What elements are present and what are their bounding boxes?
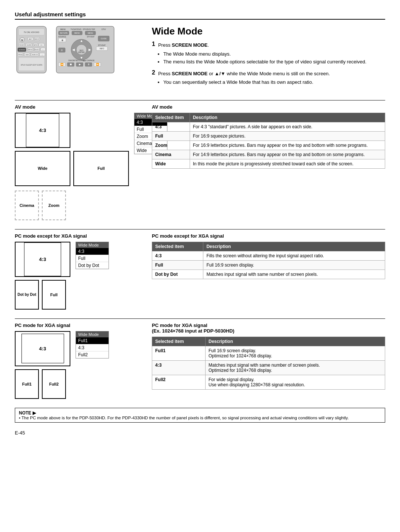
- pc-xga-wide-mode-menu: Wide Mode Full1 4:3 Full2: [76, 331, 109, 358]
- table-cell-desc: In this mode the picture is progressivel…: [190, 159, 385, 168]
- pc-xga-full2-label: Full2: [49, 382, 59, 386]
- pc-xga-menu-header: Wide Mode: [76, 331, 109, 337]
- pc-except-full-label: Full: [50, 293, 58, 297]
- av-frame-cinema: Cinema: [15, 191, 39, 220]
- pc-except-col1: Selected item: [152, 242, 203, 251]
- pc-xga-col1: Selected item: [152, 337, 206, 346]
- table-row: ZoomFor 16:9 letterbox pictures. Bars ma…: [152, 141, 385, 150]
- svg-text:XPLR SLEEP EDIT EARN: XPLR SLEEP EDIT EARN: [21, 64, 43, 66]
- table-cell-item: 4:3: [152, 122, 190, 131]
- step-2: 2 Press SCREEN MODE or ▲/▼ while the Wid…: [152, 70, 385, 87]
- table-cell-desc: For 4:3 "standard" pictures. A side bar …: [190, 122, 385, 131]
- section-header: Useful adjustment settings: [15, 11, 385, 20]
- divider-3: [15, 318, 385, 319]
- pc-except-title-right: PC mode except for XGA signal: [152, 233, 385, 239]
- av-mode-left: AV mode 4:3 Wide: [15, 104, 141, 220]
- table-cell-desc: For wide signal display.Use when display…: [206, 375, 385, 389]
- svg-text:II: II: [61, 49, 63, 52]
- table-cell-desc: Fills the screen without altering the in…: [203, 251, 385, 260]
- wide-mode-title: Wide Mode: [152, 26, 385, 37]
- step-2-bullets: You can sequentially select a Wide Mode …: [163, 79, 330, 86]
- table-cell-desc: Matches input signal with same number of…: [206, 360, 385, 375]
- pc-xga-inner: 4:3: [21, 334, 64, 363]
- top-row: TV CRL VCR DVD ⏻ ANT INPUT SCREEN FRONT: [15, 26, 385, 93]
- step-1-bold: SCREEN MODE: [172, 42, 208, 48]
- svg-text:▲: ▲: [80, 39, 83, 43]
- table-row: Full2For wide signal display.Use when di…: [152, 375, 385, 389]
- table-cell-item: 4:3: [152, 360, 206, 375]
- table-cell-desc: For 16:9 letterbox pictures. Bars may ap…: [190, 141, 385, 150]
- svg-text:ELECT: ELECT: [35, 49, 40, 50]
- table-row: CinemaFor 14:9 letterbox pictures. Bars …: [152, 150, 385, 159]
- step-1-bullet-1: The Wide Mode menu displays.: [163, 50, 366, 58]
- remote-illustrations: TV CRL VCR DVD ⏻ ANT INPUT SCREEN FRONT: [15, 26, 141, 93]
- pc-except-section: PC mode except for XGA signal 4:3 Dot by…: [15, 233, 385, 310]
- steps: 1 Press SCREEN MODE. The Wide Mode menu …: [152, 42, 385, 87]
- page-number: E-45: [15, 430, 385, 436]
- av-mode-table: Selected item Description 4:3For 4:3 "st…: [152, 113, 385, 169]
- av-wide-label: Wide: [38, 166, 47, 171]
- svg-text:FRONT: FRONT: [19, 44, 24, 46]
- pc-xga-frame-43: 4:3: [15, 331, 70, 366]
- pc-xga-menu-item-2[interactable]: Full2: [76, 351, 109, 358]
- pc-xga-section: PC mode for XGA signal 4:3 Full1 Full2: [15, 323, 385, 399]
- pc-xga-frame-full2: Full2: [42, 369, 66, 399]
- svg-text:⏹: ⏹: [70, 63, 72, 66]
- pc-except-menu-item-1[interactable]: Full: [76, 255, 109, 262]
- step-1-num: 1: [152, 41, 155, 47]
- svg-text:RETURN: RETURN: [60, 32, 68, 34]
- svg-text:MENU: MENU: [60, 28, 66, 30]
- av-frame-43: 4:3: [15, 113, 70, 148]
- table-cell-item: Cinema: [152, 150, 190, 159]
- svg-text:DTV/SAT: DTV/SAT: [98, 44, 106, 46]
- svg-text:SUB CH: SUB CH: [32, 54, 37, 56]
- av-mode-right: AV mode Selected item Description 4:3For…: [152, 104, 385, 220]
- av-43-label: 4:3: [39, 128, 46, 133]
- step-1-bullet-2: The menu lists the Wide Mode options sel…: [163, 58, 366, 66]
- svg-text:DTV/SAT: DTV/SAT: [87, 36, 95, 38]
- divider-1: [15, 100, 385, 100]
- av-frame-wide: Wide: [15, 151, 70, 186]
- av-mode-title-left: AV mode: [15, 104, 141, 110]
- pc-xga-left: PC mode for XGA signal 4:3 Full1 Full2: [15, 323, 141, 399]
- remote-1-icon: TV CRL VCR DVD ⏻ ANT INPUT SCREEN FRONT: [15, 26, 48, 74]
- av-mode-section: AV mode 4:3 Wide: [15, 104, 385, 220]
- table-row: 4:3For 4:3 "standard" pictures. A side b…: [152, 122, 385, 131]
- av-frame-full: Full: [73, 151, 129, 186]
- pc-xga-menu-item-1[interactable]: 4:3: [76, 344, 109, 351]
- pc-except-menu-header: Wide Mode: [76, 242, 109, 248]
- page-content: Useful adjustment settings TV CRL VCR DV…: [15, 11, 385, 436]
- svg-text:SOURCE: SOURCE: [58, 36, 66, 38]
- table-row: 4:3Matches input signal with same number…: [152, 360, 385, 375]
- av-table-col1: Selected item: [152, 113, 190, 122]
- pc-except-wide-mode-menu: Wide Mode 4:3 Full Dot by Dot: [76, 242, 109, 269]
- svg-text:SUB: SUB: [26, 54, 29, 56]
- note-text: • The PC mode above is for the PDP-5030H…: [19, 416, 349, 420]
- pc-except-table: Selected item Description 4:3Fills the s…: [152, 242, 385, 279]
- table-cell-desc: Full 16:9 screen display.Optimized for 1…: [206, 346, 385, 360]
- table-cell-item: 4:3: [152, 251, 203, 260]
- pc-xga-full1-label: Full1: [22, 382, 32, 386]
- pc-xga-menu-item-0[interactable]: Full1: [76, 337, 109, 344]
- table-row: FullFor 16:9 squeeze pictures.: [152, 131, 385, 141]
- pc-xga-frame-full1: Full1: [15, 369, 39, 399]
- pc-except-menu-item-2[interactable]: Dot by Dot: [76, 262, 109, 269]
- table-row: WideIn this mode the picture is progress…: [152, 159, 385, 168]
- svg-text:⏪: ⏪: [60, 63, 64, 66]
- step-1-bullets: The Wide Mode menu displays. The menu li…: [163, 50, 366, 66]
- pc-except-43-label: 4:3: [39, 257, 46, 262]
- table-cell-item: Zoom: [152, 141, 190, 150]
- svg-text:ENTER: ENTER: [79, 51, 85, 53]
- note-box: NOTE ▶ • The PC mode above is for the PD…: [15, 408, 385, 423]
- pc-except-title-left: PC mode except for XGA signal: [15, 233, 141, 239]
- av-full-label: Full: [97, 166, 105, 171]
- svg-text:MENU: MENU: [88, 32, 93, 34]
- svg-text:⏻: ⏻: [61, 39, 63, 41]
- svg-text:SURR: SURR: [27, 44, 31, 46]
- svg-text:GUIDE: GUIDE: [101, 37, 107, 40]
- pc-except-menu-item-0[interactable]: 4:3: [76, 248, 109, 255]
- av-frame-zoom: Zoom: [42, 191, 66, 220]
- step-1: 1 Press SCREEN MODE. The Wide Mode menu …: [152, 42, 385, 66]
- step-2-bold1: SCREEN MODE: [172, 71, 208, 76]
- pc-except-frame-dot: Dot by Dot: [15, 280, 39, 310]
